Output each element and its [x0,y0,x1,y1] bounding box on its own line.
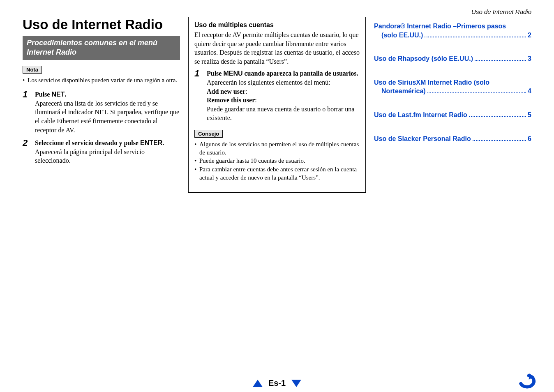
back-arrow-icon[interactable] [516,373,539,390]
toc-entry[interactable]: Pandora® Internet Radio –Primeros pasos(… [374,22,531,39]
toc-line: Pandora® Internet Radio –Primeros pasos [374,22,531,31]
step-text: Aparecerá la página principal del servic… [35,148,145,164]
column-1: Uso de Internet Radio Procedimientos com… [23,17,180,193]
step-1: 1 Pulse NET. Aparecerá una lista de los … [23,90,180,134]
step-lead-key: NET [51,91,65,98]
toc-line: Uso de Rhapsody (sólo EE.UU.)3 [374,54,531,63]
toc-line: Uso de Last.fm Internet Radio5 [374,111,531,120]
toc-leaders [425,37,526,37]
toc-line: Uso de SiriusXM Internet Radio (solo [374,78,531,87]
column-3-toc: Pandora® Internet Radio –Primeros pasos(… [374,17,531,193]
toc-page: 6 [528,134,531,143]
toc-entry[interactable]: Uso de Last.fm Internet Radio5 [374,111,531,120]
step-body: Pulse NET. Aparecerá una lista de los se… [35,90,180,134]
step-lead-post: cuando aparezca la pantalla de usuarios. [243,70,358,77]
tip-item: Para cambiar entre cuentas debe antes ce… [194,165,360,182]
toc-text: Pandora® Internet Radio –Primeros pasos [374,22,506,31]
toc-page: 4 [528,87,531,96]
toc-text: Uso de Rhapsody (sólo EE.UU.) [374,54,473,63]
step-tail: Puede guardar una nueva cuenta de usuari… [207,106,354,122]
toc-text: (solo EE.UU.) [381,31,423,40]
toc-entry[interactable]: Uso de SiriusXM Internet Radio (soloNort… [374,78,531,96]
running-head: Uso de Internet Radio [23,8,531,15]
box-step-1: 1 Pulse MENU cuando aparezca la pantalla… [194,69,360,122]
toc-page: 3 [528,54,531,63]
step-lead-key: ENTER [140,139,162,146]
toc-text: Uso de Last.fm Internet Radio [374,111,467,120]
step-lead-pre: Seleccione el servicio deseado y pulse [35,139,140,146]
page-title: Uso de Internet Radio [23,17,180,32]
step-number: 1 [194,69,202,122]
toc-line: (solo EE.UU.)2 [374,31,531,40]
toc-leaders [473,140,526,141]
tip-item: Algunos de los servicios no permiten el … [194,140,360,157]
step-2: 2 Seleccione el servicio deseado y pulse… [23,138,180,165]
toc-page: 5 [528,111,531,120]
step-number: 2 [23,138,30,165]
toc-text: Uso de Slacker Personal Radio [374,134,471,143]
menu-option-add: Add new user [207,88,245,95]
page-number: Es-1 [268,378,286,388]
note-item: Los servicios disponibles pueden variar … [23,76,180,84]
toc-leaders [475,60,526,61]
step-lead-post: . [162,139,164,146]
tip-label: Consejo [194,130,223,138]
column-2-frame: Uso de múltiples cuentas El receptor de … [188,17,366,193]
toc-line: Norteamérica)4 [374,87,531,96]
step-lead-pre: Pulse [207,70,223,77]
toc-text: Uso de SiriusXM Internet Radio (solo [374,78,489,87]
section-heading-bar: Procedimientos comunes en el menú Intern… [23,36,180,60]
toc-entry[interactable]: Uso de Rhapsody (sólo EE.UU.)3 [374,54,531,63]
toc-text: Norteamérica) [381,87,426,96]
toc-page: 2 [528,31,531,40]
step-text: Aparecerá una lista de los servicios de … [35,100,179,134]
step-body: Seleccione el servicio deseado y pulse E… [35,138,180,165]
page-up-icon[interactable] [253,380,263,387]
step-body: Pulse MENU cuando aparezca la pantalla d… [207,69,360,122]
pager: Es-1 [0,378,554,388]
toc-line: Uso de Slacker Personal Radio6 [374,134,531,143]
note-list: Los servicios disponibles pueden variar … [23,76,180,84]
toc-leaders [427,92,526,93]
page-down-icon[interactable] [291,380,301,387]
step-after: Aparecerán los siguientes elementos del … [207,79,330,86]
step-lead-pre: Pulse [35,91,51,98]
step-number: 1 [23,90,30,134]
toc-entry[interactable]: Uso de Slacker Personal Radio6 [374,134,531,143]
box-heading: Uso de múltiples cuentas [194,21,360,29]
tip-list: Algunos de los servicios no permiten el … [194,140,360,182]
toc-leaders [469,116,526,117]
box-intro: El receptor de AV permite múltiples cuen… [194,30,360,66]
menu-option-remove: Remove this user [207,97,255,104]
tip-item: Puede guardar hasta 10 cuentas de usuari… [194,157,360,165]
note-label: Nota [23,66,42,74]
step-lead-post: . [65,91,66,98]
step-lead-key: MENU [223,70,242,77]
